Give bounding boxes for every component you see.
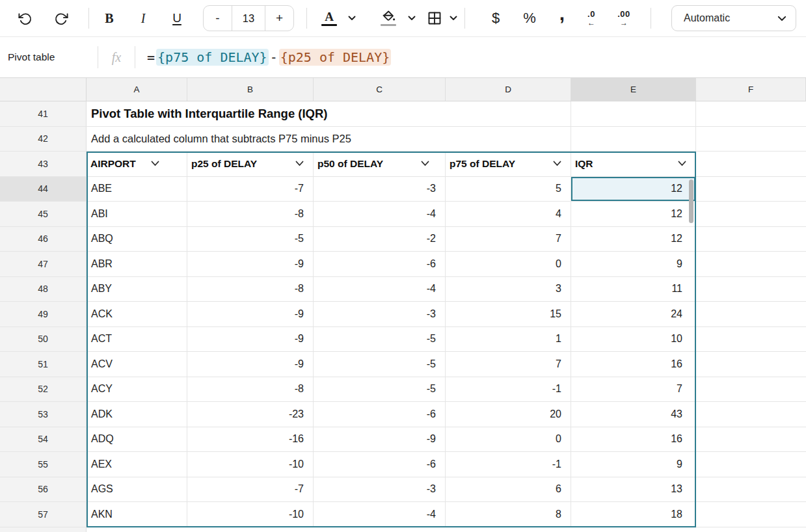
cell-F42[interactable] — [696, 127, 806, 152]
name-box[interactable]: Pivot table — [0, 51, 98, 63]
cell-C55[interactable]: -6 — [314, 452, 446, 477]
cell-E50[interactable]: 10 — [571, 327, 696, 352]
cell-E42[interactable] — [571, 127, 696, 152]
borders-dropdown[interactable] — [445, 5, 462, 31]
cell-D57[interactable]: 8 — [446, 502, 571, 527]
row-header-52[interactable]: 52 — [0, 377, 87, 402]
font-size-increase-button[interactable]: + — [265, 6, 293, 31]
column-header-B[interactable]: B — [187, 78, 314, 101]
row-header-48[interactable]: 48 — [0, 277, 87, 302]
cell-B51[interactable]: -9 — [187, 352, 314, 377]
row-header-55[interactable]: 55 — [0, 452, 87, 477]
cell-D49[interactable]: 15 — [446, 302, 571, 326]
cell-B46[interactable]: -5 — [187, 227, 314, 252]
cell-F46[interactable] — [696, 227, 806, 252]
cell-D47[interactable]: 0 — [446, 252, 571, 276]
cell-E44[interactable]: 12 — [571, 177, 696, 202]
cell-B53[interactable]: -23 — [187, 402, 314, 427]
cell-E45[interactable]: 12 — [571, 202, 696, 226]
cell-B45[interactable]: -8 — [187, 202, 314, 226]
cell-D44[interactable]: 5 — [446, 177, 571, 202]
cell-C47[interactable]: -6 — [314, 252, 446, 276]
cell-A50[interactable]: ACT — [87, 327, 187, 352]
cell-F56[interactable] — [696, 477, 806, 502]
cell-D45[interactable]: 4 — [446, 202, 571, 226]
cell-C46[interactable]: -2 — [314, 227, 446, 252]
cell-D43[interactable]: p75 of DELAY — [446, 152, 571, 176]
cell-B55[interactable]: -10 — [187, 452, 314, 477]
italic-button[interactable]: I — [129, 5, 157, 31]
increase-decimal-button[interactable]: .00 → — [608, 5, 640, 31]
cell-A42[interactable]: Add a calculated column that subtracts P… — [87, 127, 571, 152]
cell-E55[interactable]: 9 — [571, 452, 696, 477]
formula-input[interactable]: ={p75 of DELAY}-{p25 of DELAY} — [146, 49, 391, 66]
cell-C57[interactable]: -4 — [314, 502, 446, 527]
redo-button[interactable] — [47, 5, 75, 31]
decrease-decimal-button[interactable]: .0 ← — [576, 5, 606, 31]
row-header-51[interactable]: 51 — [0, 352, 87, 377]
cell-B48[interactable]: -8 — [187, 277, 314, 302]
cell-E41[interactable] — [571, 101, 696, 126]
cell-D55[interactable]: -1 — [446, 452, 571, 477]
cell-C43[interactable]: p50 of DELAY — [314, 152, 446, 176]
cell-F51[interactable] — [696, 352, 806, 377]
cell-A45[interactable]: ABI — [87, 202, 187, 226]
thousands-separator-button[interactable]: , — [550, 5, 574, 31]
fill-color-button[interactable] — [375, 5, 402, 31]
row-header-49[interactable]: 49 — [0, 302, 87, 326]
cell-A51[interactable]: ACV — [87, 352, 187, 377]
cell-A47[interactable]: ABR — [87, 252, 187, 276]
select-all-corner[interactable] — [0, 78, 87, 101]
cell-B54[interactable]: -16 — [187, 427, 314, 452]
cell-B56[interactable]: -7 — [187, 477, 314, 502]
cell-D54[interactable]: 0 — [446, 427, 571, 452]
cell-A54[interactable]: ADQ — [87, 427, 187, 452]
cell-A52[interactable]: ACY — [87, 377, 187, 402]
text-color-dropdown[interactable] — [343, 5, 360, 31]
row-header-53[interactable]: 53 — [0, 402, 87, 427]
cell-B49[interactable]: -9 — [187, 302, 314, 326]
cell-E47[interactable]: 9 — [571, 252, 696, 276]
cell-D56[interactable]: 6 — [446, 477, 571, 502]
column-header-E[interactable]: E — [571, 78, 696, 101]
column-header-C[interactable]: C — [314, 78, 446, 101]
cell-A53[interactable]: ADK — [87, 402, 187, 427]
text-color-button[interactable]: A — [316, 5, 342, 31]
cell-A56[interactable]: AGS — [87, 477, 187, 502]
cell-A46[interactable]: ABQ — [87, 227, 187, 252]
row-header-54[interactable]: 54 — [0, 427, 87, 452]
cell-C45[interactable]: -4 — [314, 202, 446, 226]
cell-C51[interactable]: -5 — [314, 352, 446, 377]
row-header-50[interactable]: 50 — [0, 327, 87, 352]
cell-F53[interactable] — [696, 402, 806, 427]
cell-E48[interactable]: 11 — [571, 277, 696, 302]
row-header-46[interactable]: 46 — [0, 227, 87, 252]
bold-button[interactable]: B — [95, 5, 124, 31]
cell-A57[interactable]: AKN — [87, 502, 187, 527]
cell-C48[interactable]: -4 — [314, 277, 446, 302]
cell-C56[interactable]: -3 — [314, 477, 446, 502]
cell-F50[interactable] — [696, 327, 806, 352]
currency-format-button[interactable]: $ — [482, 5, 509, 31]
cell-E52[interactable]: 7 — [571, 377, 696, 402]
cell-A44[interactable]: ABE — [87, 177, 187, 202]
font-size-value[interactable]: 13 — [232, 6, 265, 31]
row-header-47[interactable]: 47 — [0, 252, 87, 276]
cell-B47[interactable]: -9 — [187, 252, 314, 276]
cell-C44[interactable]: -3 — [314, 177, 446, 202]
cell-C54[interactable]: -9 — [314, 427, 446, 452]
row-header-42[interactable]: 42 — [0, 127, 87, 152]
row-header-41[interactable]: 41 — [0, 101, 87, 126]
borders-button[interactable] — [422, 5, 448, 31]
number-format-select[interactable]: Automatic — [671, 5, 796, 31]
cell-A55[interactable]: AEX — [87, 452, 187, 477]
cell-D51[interactable]: 7 — [446, 352, 571, 377]
cell-F47[interactable] — [696, 252, 806, 276]
column-header-D[interactable]: D — [446, 78, 571, 101]
cell-F41[interactable] — [696, 101, 806, 126]
cell-F44[interactable] — [696, 177, 806, 202]
cell-E54[interactable]: 16 — [571, 427, 696, 452]
cell-F45[interactable] — [696, 202, 806, 226]
cell-A49[interactable]: ACK — [87, 302, 187, 326]
cell-F43[interactable] — [696, 152, 806, 176]
